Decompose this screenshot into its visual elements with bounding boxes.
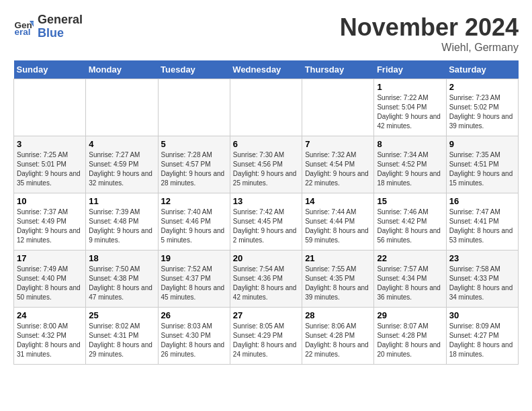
- day-info: Sunrise: 7:54 AM Sunset: 4:36 PM Dayligh…: [233, 265, 299, 302]
- calendar-header-row: Sunday Monday Tuesday Wednesday Thursday…: [14, 60, 519, 79]
- day-cell-3-1: 18Sunrise: 7:50 AM Sunset: 4:38 PM Dayli…: [86, 250, 158, 308]
- day-cell-4-1: 25Sunrise: 8:02 AM Sunset: 4:31 PM Dayli…: [86, 308, 158, 365]
- day-cell-3-6: 23Sunrise: 7:58 AM Sunset: 4:33 PM Dayli…: [446, 250, 518, 308]
- day-cell-0-0: [14, 79, 86, 136]
- week-row-1: 3Sunrise: 7:25 AM Sunset: 5:01 PM Daylig…: [14, 136, 519, 193]
- day-number: 5: [161, 139, 227, 149]
- day-info: Sunrise: 8:05 AM Sunset: 4:29 PM Dayligh…: [233, 322, 299, 359]
- day-cell-2-5: 15Sunrise: 7:46 AM Sunset: 4:42 PM Dayli…: [374, 193, 446, 250]
- day-cell-3-2: 19Sunrise: 7:52 AM Sunset: 4:37 PM Dayli…: [158, 250, 230, 308]
- day-number: 11: [89, 196, 154, 206]
- day-info: Sunrise: 8:09 AM Sunset: 4:27 PM Dayligh…: [449, 322, 515, 359]
- logo-general-text: General: [38, 13, 83, 27]
- day-info: Sunrise: 7:52 AM Sunset: 4:37 PM Dayligh…: [161, 265, 227, 302]
- day-info: Sunrise: 7:23 AM Sunset: 5:02 PM Dayligh…: [449, 93, 515, 131]
- day-number: 1: [377, 82, 443, 92]
- header-sunday: Sunday: [14, 60, 86, 79]
- day-cell-4-0: 24Sunrise: 8:00 AM Sunset: 4:32 PM Dayli…: [14, 308, 86, 365]
- title-section: November 2024 Wiehl, Germany: [340, 13, 519, 54]
- day-number: 29: [377, 310, 443, 320]
- location-title: Wiehl, Germany: [340, 42, 519, 54]
- day-number: 30: [449, 310, 515, 320]
- day-number: 19: [161, 253, 227, 263]
- day-number: 20: [233, 253, 299, 263]
- day-info: Sunrise: 7:47 AM Sunset: 4:41 PM Dayligh…: [449, 208, 515, 245]
- day-cell-2-2: 12Sunrise: 7:40 AM Sunset: 4:46 PM Dayli…: [158, 193, 230, 250]
- header-wednesday: Wednesday: [230, 60, 302, 79]
- day-number: 9: [449, 139, 515, 149]
- day-info: Sunrise: 7:39 AM Sunset: 4:48 PM Dayligh…: [89, 208, 154, 245]
- day-cell-0-6: 2Sunrise: 7:23 AM Sunset: 5:02 PM Daylig…: [446, 79, 518, 136]
- day-info: Sunrise: 7:42 AM Sunset: 4:45 PM Dayligh…: [233, 208, 299, 245]
- day-cell-2-3: 13Sunrise: 7:42 AM Sunset: 4:45 PM Dayli…: [230, 193, 302, 250]
- day-number: 10: [17, 196, 83, 206]
- day-info: Sunrise: 7:34 AM Sunset: 4:52 PM Dayligh…: [377, 150, 443, 188]
- day-cell-1-1: 4Sunrise: 7:27 AM Sunset: 4:59 PM Daylig…: [86, 136, 158, 193]
- day-number: 21: [305, 253, 371, 263]
- day-cell-4-4: 28Sunrise: 8:06 AM Sunset: 4:28 PM Dayli…: [302, 308, 374, 365]
- day-cell-1-0: 3Sunrise: 7:25 AM Sunset: 5:01 PM Daylig…: [14, 136, 86, 193]
- day-info: Sunrise: 7:25 AM Sunset: 5:01 PM Dayligh…: [17, 150, 83, 188]
- day-cell-1-4: 7Sunrise: 7:32 AM Sunset: 4:54 PM Daylig…: [302, 136, 374, 193]
- calendar-table: Sunday Monday Tuesday Wednesday Thursday…: [13, 60, 519, 365]
- day-cell-0-2: [158, 79, 230, 136]
- day-cell-4-2: 26Sunrise: 8:03 AM Sunset: 4:30 PM Dayli…: [158, 308, 230, 365]
- day-cell-3-4: 21Sunrise: 7:55 AM Sunset: 4:35 PM Dayli…: [302, 250, 374, 308]
- week-row-3: 17Sunrise: 7:49 AM Sunset: 4:40 PM Dayli…: [14, 250, 519, 308]
- svg-text:eral: eral: [15, 27, 31, 37]
- day-number: 3: [17, 139, 83, 149]
- day-info: Sunrise: 7:27 AM Sunset: 4:59 PM Dayligh…: [89, 150, 154, 188]
- day-cell-4-6: 30Sunrise: 8:09 AM Sunset: 4:27 PM Dayli…: [446, 308, 518, 365]
- day-number: 4: [89, 139, 154, 149]
- day-info: Sunrise: 7:57 AM Sunset: 4:34 PM Dayligh…: [377, 265, 443, 302]
- day-number: 2: [449, 82, 515, 92]
- day-info: Sunrise: 7:37 AM Sunset: 4:49 PM Dayligh…: [17, 208, 83, 245]
- day-info: Sunrise: 8:02 AM Sunset: 4:31 PM Dayligh…: [89, 322, 154, 359]
- day-info: Sunrise: 8:00 AM Sunset: 4:32 PM Dayligh…: [17, 322, 83, 359]
- day-number: 16: [449, 196, 515, 206]
- day-cell-1-6: 9Sunrise: 7:35 AM Sunset: 4:51 PM Daylig…: [446, 136, 518, 193]
- day-number: 12: [161, 196, 227, 206]
- day-number: 7: [305, 139, 371, 149]
- day-cell-3-3: 20Sunrise: 7:54 AM Sunset: 4:36 PM Dayli…: [230, 250, 302, 308]
- day-info: Sunrise: 7:35 AM Sunset: 4:51 PM Dayligh…: [449, 150, 515, 188]
- header: Gen eral General Blue November 2024 Wieh…: [13, 13, 519, 54]
- day-info: Sunrise: 7:46 AM Sunset: 4:42 PM Dayligh…: [377, 208, 443, 245]
- day-info: Sunrise: 7:30 AM Sunset: 4:56 PM Dayligh…: [233, 150, 299, 188]
- day-cell-2-4: 14Sunrise: 7:44 AM Sunset: 4:44 PM Dayli…: [302, 193, 374, 250]
- week-row-2: 10Sunrise: 7:37 AM Sunset: 4:49 PM Dayli…: [14, 193, 519, 250]
- day-info: Sunrise: 8:03 AM Sunset: 4:30 PM Dayligh…: [161, 322, 227, 359]
- day-cell-4-5: 29Sunrise: 8:07 AM Sunset: 4:28 PM Dayli…: [374, 308, 446, 365]
- header-tuesday: Tuesday: [158, 60, 230, 79]
- day-number: 26: [161, 310, 227, 320]
- day-info: Sunrise: 7:28 AM Sunset: 4:57 PM Dayligh…: [161, 150, 227, 188]
- day-info: Sunrise: 7:55 AM Sunset: 4:35 PM Dayligh…: [305, 265, 371, 302]
- day-number: 6: [233, 139, 299, 149]
- day-info: Sunrise: 7:50 AM Sunset: 4:38 PM Dayligh…: [89, 265, 154, 302]
- day-number: 25: [89, 310, 154, 320]
- header-saturday: Saturday: [446, 60, 518, 79]
- day-cell-3-5: 22Sunrise: 7:57 AM Sunset: 4:34 PM Dayli…: [374, 250, 446, 308]
- day-info: Sunrise: 7:49 AM Sunset: 4:40 PM Dayligh…: [17, 265, 83, 302]
- logo-blue-text: Blue: [38, 27, 83, 40]
- day-cell-1-3: 6Sunrise: 7:30 AM Sunset: 4:56 PM Daylig…: [230, 136, 302, 193]
- day-cell-2-6: 16Sunrise: 7:47 AM Sunset: 4:41 PM Dayli…: [446, 193, 518, 250]
- day-cell-0-4: [302, 79, 374, 136]
- day-cell-1-2: 5Sunrise: 7:28 AM Sunset: 4:57 PM Daylig…: [158, 136, 230, 193]
- day-info: Sunrise: 7:22 AM Sunset: 5:04 PM Dayligh…: [377, 93, 443, 131]
- day-number: 27: [233, 310, 299, 320]
- day-number: 22: [377, 253, 443, 263]
- week-row-0: 1Sunrise: 7:22 AM Sunset: 5:04 PM Daylig…: [14, 79, 519, 136]
- day-number: 23: [449, 253, 515, 263]
- day-info: Sunrise: 7:32 AM Sunset: 4:54 PM Dayligh…: [305, 150, 371, 188]
- day-number: 13: [233, 196, 299, 206]
- day-number: 14: [305, 196, 371, 206]
- day-cell-0-3: [230, 79, 302, 136]
- logo-text: General Blue: [38, 13, 83, 40]
- day-number: 28: [305, 310, 371, 320]
- day-info: Sunrise: 7:44 AM Sunset: 4:44 PM Dayligh…: [305, 208, 371, 245]
- day-number: 15: [377, 196, 443, 206]
- header-thursday: Thursday: [302, 60, 374, 79]
- day-info: Sunrise: 7:40 AM Sunset: 4:46 PM Dayligh…: [161, 208, 227, 245]
- day-number: 8: [377, 139, 443, 149]
